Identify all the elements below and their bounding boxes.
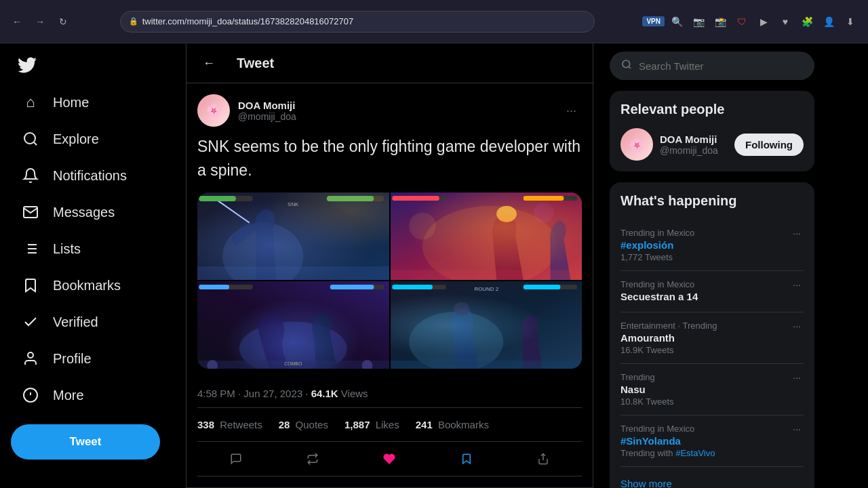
twitter-logo[interactable] [11, 49, 43, 81]
main-content: ← Tweet [186, 43, 593, 488]
show-more-trends-button[interactable]: Show more [620, 467, 804, 488]
reply-action-button[interactable] [219, 447, 253, 470]
svg-line-16 [216, 199, 250, 223]
relevant-people-widget: Relevant people 🌸 [610, 91, 814, 171]
sidebar-item-more[interactable]: More [11, 378, 175, 412]
svg-text:🌸: 🌸 [629, 138, 645, 152]
search-input[interactable] [639, 60, 803, 72]
browser-heart-btn[interactable]: ♥ [776, 12, 795, 31]
trend-context-4: Trending in Mexico [620, 424, 715, 434]
trend-item-2[interactable]: Entertainment · Trending Amouranth 16.9K… [620, 312, 804, 364]
views-label: Views [341, 388, 368, 399]
sidebar-item-bookmarks[interactable]: Bookmarks [11, 268, 175, 302]
browser-forward-button[interactable]: → [31, 13, 49, 30]
trend-name-2: Amouranth [620, 332, 717, 344]
tweet-media-grid[interactable]: SNK [197, 192, 582, 369]
bookmark-count[interactable]: 241 Bookmarks [416, 419, 489, 430]
svg-point-26 [409, 213, 436, 240]
trend-context-0: Trending in Mexico [620, 228, 694, 238]
trend-more-btn-4[interactable]: ··· [790, 424, 804, 434]
trend-more-btn-1[interactable]: ··· [790, 279, 804, 290]
lists-icon [22, 240, 39, 258]
svg-point-8 [28, 352, 33, 358]
like-label: Likes [376, 419, 399, 430]
like-count[interactable]: 1,887 Likes [344, 419, 399, 430]
sidebar-item-notifications[interactable]: Notifications [11, 159, 175, 192]
svg-point-41 [361, 360, 372, 369]
sidebar-item-verified[interactable]: Verified [11, 305, 175, 339]
like-icon [383, 453, 395, 465]
media-image-1: SNK [197, 192, 389, 280]
like-number: 1,887 [344, 419, 370, 430]
home-icon: ⌂ [22, 94, 39, 111]
lock-icon: 🔒 [129, 17, 138, 26]
media-cell-1[interactable]: SNK [197, 192, 389, 280]
media-cell-3[interactable]: COMBO [197, 281, 389, 369]
svg-rect-32 [391, 270, 583, 280]
retweet-action-button[interactable] [296, 447, 330, 470]
sidebar-item-lists[interactable]: Lists [11, 232, 175, 266]
person-avatar[interactable]: 🌸 [620, 128, 653, 161]
svg-rect-47 [392, 285, 446, 289]
sidebar-item-explore[interactable]: Explore [11, 122, 175, 156]
trend-more-btn-3[interactable]: ··· [790, 372, 804, 383]
quote-count[interactable]: 28 Quotes [279, 419, 328, 430]
author-handle: @momiji_doa [238, 111, 296, 122]
tweet-more-button[interactable]: ··· [561, 101, 582, 121]
browser-back-button[interactable]: ← [8, 13, 26, 30]
trend-more-btn-0[interactable]: ··· [790, 228, 804, 239]
browser-extensions-btn[interactable]: 🧩 [797, 12, 816, 31]
browser-search-btn[interactable]: 🔍 [667, 12, 686, 31]
browser-shield-btn[interactable]: 🛡 [732, 12, 751, 31]
trend-item-1[interactable]: Trending in Mexico Secuestran a 14 ··· [620, 271, 804, 312]
trend-count-3: 10.8K Tweets [620, 396, 674, 407]
browser-chrome: ← → ↻ 🔒 twitter.com/momiji_doa/status/16… [0, 0, 868, 43]
retweet-count[interactable]: 338 Retweets [197, 419, 262, 430]
trend-name-0: #explosión [620, 239, 694, 251]
tweet-button[interactable]: Tweet [11, 424, 160, 460]
browser-profile-btn[interactable]: 👤 [819, 12, 838, 31]
profile-icon [22, 350, 39, 367]
quote-label: Quotes [296, 419, 328, 430]
trend-item-0[interactable]: Trending in Mexico #explosión 1,772 Twee… [620, 220, 804, 271]
svg-rect-35 [197, 361, 389, 369]
tweet-actions-row [197, 442, 582, 476]
tweet-stats-row: 338 Retweets 28 Quotes 1,887 Likes 241 B… [197, 408, 582, 442]
trend-name-3: Nasu [620, 384, 674, 395]
bookmark-icon [460, 453, 473, 465]
media-cell-2[interactable] [391, 192, 583, 280]
search-icon [621, 59, 632, 73]
media-image-3: COMBO [197, 281, 389, 369]
search-bar[interactable] [610, 52, 814, 80]
browser-play-btn[interactable]: ▶ [754, 12, 773, 31]
trend-hashtag-link[interactable]: #EstaVivo [675, 448, 715, 458]
browser-reload-button[interactable]: ↻ [54, 13, 72, 30]
media-cell-4[interactable]: ROUND 2 [391, 281, 583, 369]
share-action-button[interactable] [526, 447, 560, 470]
trend-item-3[interactable]: Trending Nasu 10.8K Tweets ··· [620, 364, 804, 415]
like-action-button[interactable] [372, 447, 406, 470]
author-avatar-img: 🌸 [200, 97, 227, 124]
trend-more-btn-2[interactable]: ··· [790, 321, 804, 331]
sidebar-item-home[interactable]: ⌂ Home [11, 85, 175, 119]
browser-screenshot-btn[interactable]: 📷 [689, 12, 708, 31]
sidebar-item-profile[interactable]: Profile [11, 342, 175, 375]
relevant-people-title: Relevant people [620, 102, 804, 117]
sidebar: ⌂ Home Explore Notifications Messages [0, 43, 186, 488]
address-bar[interactable]: 🔒 twitter.com/momiji_doa/status/16738282… [120, 11, 595, 33]
avatar[interactable]: 🌸 [197, 94, 230, 127]
browser-camera-btn[interactable]: 📸 [711, 12, 730, 31]
tweet-page-title: Tweet [237, 56, 274, 71]
bookmark-action-button[interactable] [450, 447, 484, 470]
svg-rect-49 [523, 285, 576, 289]
share-icon [537, 453, 549, 465]
follow-button[interactable]: Following [734, 134, 804, 156]
url-text: twitter.com/momiji_doa/status/1673828204… [142, 16, 354, 26]
svg-rect-22 [197, 266, 389, 280]
sidebar-item-messages[interactable]: Messages [11, 195, 175, 229]
trend-context-3: Trending [620, 372, 674, 382]
author-name: DOA Momiji [238, 100, 296, 111]
browser-download-btn[interactable]: ⬇ [841, 12, 860, 31]
back-button[interactable]: ← [197, 52, 220, 75]
trend-item-4[interactable]: Trending in Mexico #SinYolanda Trending … [620, 415, 804, 467]
